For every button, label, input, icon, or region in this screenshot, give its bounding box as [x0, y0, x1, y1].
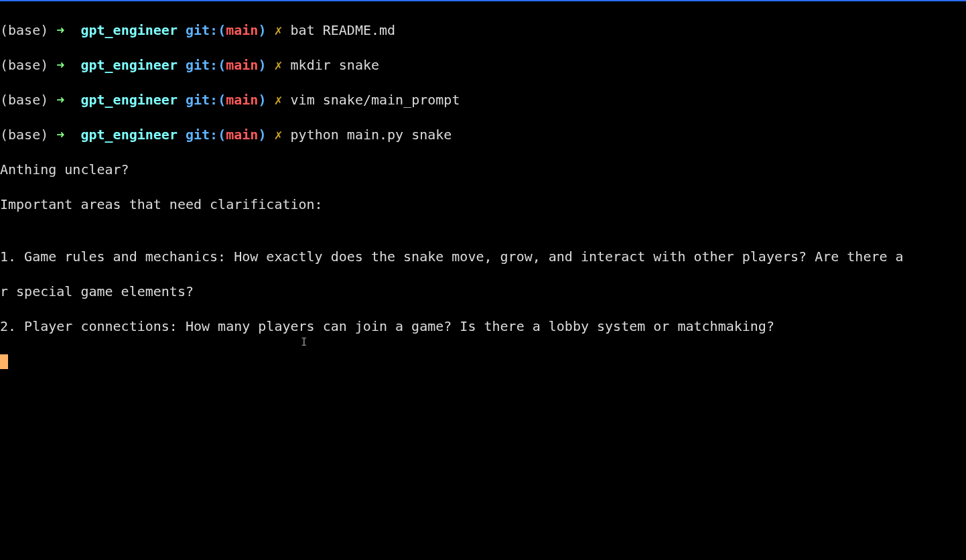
- git-branch: main: [226, 57, 258, 73]
- command-text: python main.py snake: [291, 127, 452, 143]
- history-line: (base) ➜ gpt_engineer git:(main) ✗ pytho…: [0, 126, 966, 143]
- output-line: r special game elements?: [0, 283, 966, 300]
- git-label: git:(: [186, 57, 226, 73]
- prompt-arrow-icon: ➜: [56, 22, 64, 38]
- git-dirty-icon: ✗: [274, 57, 282, 73]
- history-line: (base) ➜ gpt_engineer git:(main) ✗ bat R…: [0, 21, 966, 39]
- conda-env: (base): [0, 22, 48, 38]
- prompt-arrow-icon: ➜: [56, 127, 64, 143]
- terminal-viewport[interactable]: (base) ➜ gpt_engineer git:(main) ✗ bat R…: [0, 4, 966, 387]
- prompt-arrow-icon: ➜: [56, 92, 64, 108]
- git-dirty-icon: ✗: [274, 22, 282, 38]
- git-branch: main: [226, 22, 258, 38]
- git-label: git:(: [186, 22, 226, 38]
- cwd: gpt_engineer: [80, 92, 178, 108]
- command-text: vim snake/main_prompt: [291, 92, 460, 108]
- command-text: bat README.md: [291, 22, 396, 38]
- cursor-block-icon: [0, 354, 8, 369]
- git-branch: main: [226, 92, 258, 108]
- cwd: gpt_engineer: [80, 22, 178, 38]
- cwd: gpt_engineer: [80, 57, 178, 73]
- git-close: ): [258, 22, 266, 38]
- git-close: ): [258, 92, 266, 108]
- conda-env: (base): [0, 92, 48, 108]
- git-branch: main: [226, 127, 258, 143]
- history-line: (base) ➜ gpt_engineer git:(main) ✗ vim s…: [0, 91, 966, 109]
- output-line: Anthing unclear?: [0, 161, 966, 178]
- conda-env: (base): [0, 127, 48, 143]
- git-close: ): [258, 57, 266, 73]
- output-line: 2. Player connections: How many players …: [0, 318, 966, 335]
- conda-env: (base): [0, 57, 48, 73]
- output-line: 1. Game rules and mechanics: How exactly…: [0, 248, 966, 265]
- git-close: ): [258, 127, 266, 143]
- input-line[interactable]: [0, 352, 966, 370]
- git-label: git:(: [186, 127, 226, 143]
- prompt-arrow-icon: ➜: [56, 57, 64, 73]
- history-line: (base) ➜ gpt_engineer git:(main) ✗ mkdir…: [0, 56, 966, 74]
- git-dirty-icon: ✗: [274, 127, 282, 143]
- git-label: git:(: [186, 92, 226, 108]
- git-dirty-icon: ✗: [274, 92, 282, 108]
- cwd: gpt_engineer: [80, 127, 178, 143]
- command-text: mkdir snake: [291, 57, 379, 73]
- output-line: Important areas that need clarification:: [0, 196, 966, 213]
